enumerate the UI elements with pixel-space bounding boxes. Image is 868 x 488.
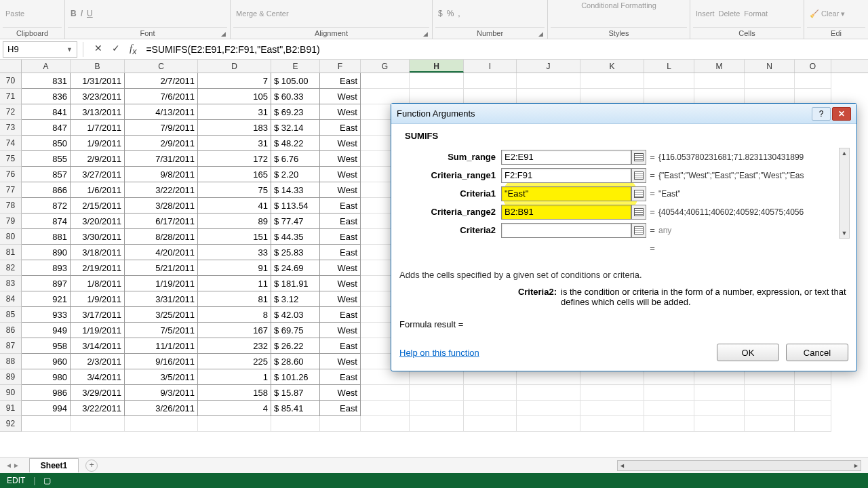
row-header[interactable]: 75 (0, 151, 22, 167)
cell[interactable]: $ 77.47 (271, 214, 320, 229)
row-header[interactable]: 73 (0, 120, 22, 136)
cell[interactable]: 2/7/2011 (125, 73, 198, 89)
cell[interactable]: 3/28/2011 (125, 198, 198, 214)
cell[interactable] (464, 416, 517, 432)
add-sheet-button[interactable]: + (85, 460, 98, 472)
cell[interactable]: 41 (198, 198, 271, 214)
cell[interactable]: 33 (198, 245, 271, 260)
cell[interactable]: 847 (22, 120, 71, 136)
arg-input[interactable] (501, 223, 631, 238)
cell[interactable] (320, 416, 361, 432)
cell[interactable]: 949 (22, 323, 71, 338)
row-header[interactable]: 83 (0, 276, 22, 291)
cell[interactable] (644, 385, 694, 401)
cell[interactable]: 11 (198, 276, 271, 291)
cell[interactable] (361, 89, 410, 104)
cell[interactable] (271, 416, 320, 432)
col-header-n[interactable]: N (745, 60, 795, 73)
cell[interactable]: 855 (22, 151, 71, 167)
row-header[interactable]: 79 (0, 214, 22, 229)
cell[interactable]: 986 (22, 385, 71, 401)
col-header-b[interactable]: B (71, 60, 125, 73)
row-header[interactable]: 82 (0, 260, 22, 276)
cell[interactable]: 3/23/2011 (71, 89, 125, 104)
cell[interactable]: East (320, 198, 361, 214)
cell[interactable]: 897 (22, 276, 71, 291)
cell[interactable] (745, 385, 795, 401)
help-link[interactable]: Help on this function (399, 348, 479, 358)
cell[interactable]: 9/16/2011 (125, 354, 198, 369)
cell[interactable]: $ 6.76 (271, 151, 320, 167)
range-selector-button[interactable] (631, 223, 646, 238)
sheet-nav-next-icon[interactable]: ► (13, 462, 20, 469)
cell[interactable] (644, 416, 694, 432)
cell[interactable]: 841 (22, 104, 71, 120)
row-header[interactable]: 77 (0, 182, 22, 198)
fx-icon[interactable]: fx (130, 43, 136, 56)
select-all-corner[interactable] (0, 60, 22, 73)
cell[interactable]: 3/22/2011 (125, 182, 198, 198)
row-header[interactable]: 81 (0, 245, 22, 260)
formula-input[interactable] (142, 44, 868, 55)
row-header[interactable]: 86 (0, 323, 22, 338)
cell[interactable]: East (320, 214, 361, 229)
cell[interactable] (795, 401, 831, 416)
cell[interactable]: 81 (198, 291, 271, 307)
col-header-d[interactable]: D (198, 60, 271, 73)
cell[interactable]: West (320, 385, 361, 401)
cell[interactable]: East (320, 229, 361, 245)
cell[interactable]: 3/17/2011 (71, 307, 125, 323)
cell[interactable] (745, 73, 795, 89)
cell[interactable]: 7/31/2011 (125, 151, 198, 167)
cell[interactable]: West (320, 291, 361, 307)
cell[interactable]: 7 (198, 73, 271, 89)
insert-button[interactable]: Insert (696, 9, 715, 18)
cell[interactable]: 31 (198, 104, 271, 120)
cell[interactable] (580, 401, 644, 416)
cell[interactable] (644, 369, 694, 385)
cell[interactable] (745, 416, 795, 432)
cell[interactable]: $ 24.69 (271, 260, 320, 276)
col-header-f[interactable]: F (320, 60, 361, 73)
cell[interactable]: $ 44.35 (271, 229, 320, 245)
cell[interactable]: 3/14/2011 (71, 338, 125, 354)
paste-button[interactable]: Paste (5, 9, 24, 18)
cell[interactable] (361, 416, 410, 432)
cell[interactable]: West (320, 167, 361, 182)
cell[interactable]: 3/13/2011 (71, 104, 125, 120)
cell[interactable] (410, 401, 464, 416)
row-header[interactable]: 87 (0, 338, 22, 354)
percent-icon[interactable]: % (447, 9, 454, 18)
cell[interactable]: East (320, 120, 361, 136)
cell[interactable]: 1/7/2011 (71, 120, 125, 136)
dialog-close-button[interactable]: ✕ (832, 107, 851, 121)
row-header[interactable]: 92 (0, 416, 22, 432)
font-launcher-icon[interactable]: ◢ (221, 30, 226, 37)
number-launcher-icon[interactable]: ◢ (538, 30, 543, 37)
arg-input[interactable] (501, 150, 631, 165)
cell[interactable] (580, 416, 644, 432)
row-header[interactable]: 78 (0, 198, 22, 214)
cell[interactable]: 3/25/2011 (125, 307, 198, 323)
range-selector-button[interactable] (631, 168, 646, 183)
cell[interactable]: 3/27/2011 (71, 167, 125, 182)
cell[interactable]: 1/19/2011 (71, 323, 125, 338)
cell[interactable]: West (320, 323, 361, 338)
sheet-tab[interactable]: Sheet1 (29, 458, 79, 472)
col-header-a[interactable]: A (22, 60, 71, 73)
bold-icon[interactable]: B (71, 9, 77, 18)
cell[interactable]: 2/19/2011 (71, 260, 125, 276)
cell[interactable]: 836 (22, 89, 71, 104)
cell[interactable] (694, 73, 745, 89)
cell[interactable]: East (320, 245, 361, 260)
cell[interactable] (795, 369, 831, 385)
cell[interactable]: 151 (198, 229, 271, 245)
format-button[interactable]: Format (744, 9, 768, 18)
cell[interactable] (410, 89, 464, 104)
delete-button[interactable]: Delete (719, 9, 741, 18)
cell[interactable] (410, 369, 464, 385)
cell[interactable] (410, 416, 464, 432)
cell[interactable]: 893 (22, 260, 71, 276)
cell[interactable]: 31 (198, 136, 271, 151)
cell[interactable]: 857 (22, 167, 71, 182)
